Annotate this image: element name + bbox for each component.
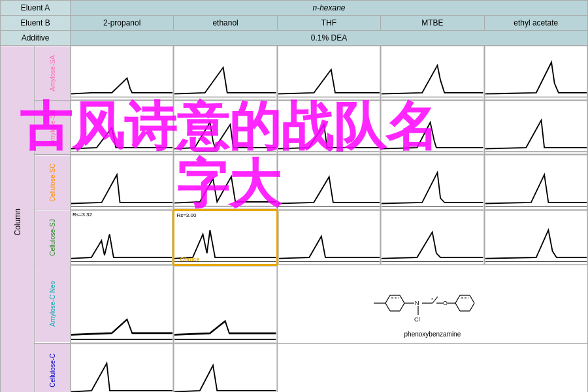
- svg-line-23: [385, 295, 390, 303]
- svg-line-41: [470, 295, 474, 303]
- chart-cellulose-sc-4: [484, 155, 587, 210]
- svg-line-26: [400, 303, 404, 311]
- chart-amylose-sb-0: [71, 100, 174, 155]
- molecule-display: N * Cl O: [277, 265, 587, 343]
- eluent-b-col-4: ethyl acetate: [484, 16, 587, 31]
- additive-row: Additive 0.1% DEA: [1, 31, 588, 46]
- chart-amylose-sb-4: [484, 100, 587, 155]
- row-cellulose-sj: Cellulose-SJ Rs=3.32 Rs=3.00: [1, 210, 588, 265]
- eluent-a-row: Eluent A n-hexane: [1, 1, 588, 16]
- chart-amylose-cneo-0: [71, 265, 174, 343]
- chart-amylose-sa-4: [484, 46, 587, 101]
- main-table: Eluent A n-hexane Eluent B 2-propanol et…: [0, 0, 588, 392]
- additive-value: 0.1% DEA: [71, 31, 588, 46]
- chart-amylose-sa-1: [174, 46, 277, 101]
- eluent-b-label: Eluent B: [1, 16, 71, 31]
- chart-amylose-cneo-1: [174, 265, 277, 343]
- row-cellulose-sc: Cellulose-SC: [1, 155, 588, 210]
- row-amylose-sb: Amylose-SB: [1, 100, 588, 155]
- rs-label-0: Rs=3.32: [73, 212, 92, 218]
- row-label-cellulose-sj: Cellulose-SJ: [35, 210, 71, 265]
- chart-cellulose-sj-3: [381, 210, 484, 265]
- svg-line-39: [455, 295, 460, 303]
- eluent-b-row: Eluent B 2-propanol ethanol THF MTBE eth…: [1, 16, 588, 31]
- eluent-b-col-0: 2-propanol: [71, 16, 174, 31]
- row-amylose-c-neo: Amylose-C Neo: [1, 265, 588, 343]
- svg-text:N: N: [415, 300, 419, 306]
- chart-cellulose-sc-2: [277, 155, 380, 210]
- row-cellulose-c: Cellulose-C: [1, 343, 588, 392]
- svg-text:*: *: [431, 297, 433, 302]
- row-label-amylose-sb: Amylose-SB: [35, 100, 71, 155]
- svg-text:Cl: Cl: [414, 316, 420, 323]
- chart-amylose-sa-2: [277, 46, 380, 101]
- svg-line-42: [470, 303, 474, 311]
- chart-amylose-sb-2: [277, 100, 380, 155]
- chart-amylose-sb-1: [174, 100, 277, 155]
- chart-cellulose-c-0: [71, 343, 174, 392]
- rs-label-1: Rs=3.00: [176, 212, 196, 218]
- chart-amylose-sa-3: [381, 46, 484, 101]
- svg-text:O: O: [443, 300, 448, 306]
- eluent-a-label: Eluent A: [1, 1, 71, 16]
- choice-label: Choice: [180, 256, 199, 263]
- row-label-cellulose-sc: Cellulose-SC: [35, 155, 71, 210]
- chart-cellulose-sc-3: [381, 155, 484, 210]
- chart-cellulose-sc-0: [71, 155, 174, 210]
- molecule-name: phenoxybenzamine: [283, 331, 582, 338]
- svg-line-46: [433, 297, 438, 303]
- svg-line-28: [385, 303, 390, 311]
- eluent-a-value: n-hexane: [71, 1, 588, 16]
- eluent-b-col-3: MTBE: [381, 16, 484, 31]
- svg-line-44: [455, 303, 460, 311]
- column-label: Column: [1, 46, 35, 393]
- chart-amylose-sb-3: [381, 100, 484, 155]
- chart-cellulose-c-1: [174, 343, 277, 392]
- row-label-amylose-sa: Amylose-SA: [35, 46, 71, 101]
- chart-cellulose-sc-1: [174, 155, 277, 210]
- row-label-cellulose-c: Cellulose-C: [35, 343, 71, 392]
- chart-cellulose-sj-0: Rs=3.32: [71, 210, 174, 265]
- eluent-b-col-2: THF: [277, 16, 380, 31]
- chart-cellulose-sj-4: [484, 210, 587, 265]
- row-label-amylose-c-neo: Amylose-C Neo: [35, 265, 71, 343]
- row-amylose-sa: Column Amylose-SA: [1, 46, 588, 101]
- molecule-svg: N * Cl O: [367, 270, 498, 329]
- chart-amylose-sa-0: [71, 46, 174, 101]
- chart-cellulose-sj-1-highlighted: Rs=3.00 Choice: [174, 210, 277, 265]
- svg-line-25: [400, 295, 404, 303]
- chart-cellulose-sj-2: [277, 210, 380, 265]
- chart-cellulose-c-empty: [277, 343, 587, 392]
- additive-label: Additive: [1, 31, 71, 46]
- eluent-b-col-1: ethanol: [174, 16, 277, 31]
